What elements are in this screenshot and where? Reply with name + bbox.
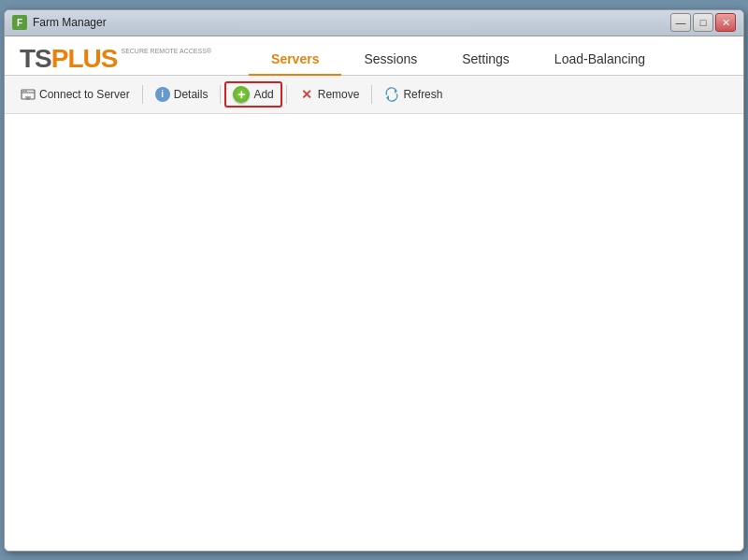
main-window: F Farm Manager — □ ✕ TS PLUS SECURE REMO… xyxy=(4,9,744,552)
title-bar: F Farm Manager — □ ✕ xyxy=(5,10,743,36)
maximize-button[interactable]: □ xyxy=(693,13,713,32)
logo-tagline: SECURE REMOTE ACCESS® xyxy=(121,48,211,54)
tab-settings[interactable]: Settings xyxy=(439,44,532,76)
svg-point-2 xyxy=(23,90,25,92)
svg-point-3 xyxy=(25,90,27,92)
close-button[interactable]: ✕ xyxy=(715,13,736,32)
title-bar-left: F Farm Manager xyxy=(12,15,107,30)
divider-1 xyxy=(142,85,143,104)
tab-load-balancing[interactable]: Load-Balancing xyxy=(532,44,668,76)
add-icon: + xyxy=(233,86,250,103)
main-content xyxy=(5,114,743,551)
divider-2 xyxy=(220,85,221,104)
connect-to-server-button[interactable]: Connect to Server xyxy=(12,82,138,107)
toolbar: Connect to Server i Details + Add ✕ Remo… xyxy=(5,76,743,114)
info-icon: i xyxy=(155,87,170,102)
refresh-label: Refresh xyxy=(403,88,442,101)
title-bar-controls: — □ ✕ xyxy=(670,13,736,32)
remove-label: Remove xyxy=(318,88,360,101)
tab-servers[interactable]: Servers xyxy=(249,44,341,76)
refresh-button[interactable]: Refresh xyxy=(376,82,451,107)
app-logo: TS PLUS SECURE REMOTE ACCESS® xyxy=(20,44,211,74)
connect-icon xyxy=(21,87,36,102)
nav-tabs: Servers Sessions Settings Load-Balancing xyxy=(249,44,668,75)
divider-3 xyxy=(286,85,287,104)
tab-sessions[interactable]: Sessions xyxy=(341,44,439,76)
details-label: Details xyxy=(174,88,209,101)
app-header: TS PLUS SECURE REMOTE ACCESS® Servers Se… xyxy=(5,36,743,76)
divider-4 xyxy=(371,85,372,104)
window-title: Farm Manager xyxy=(33,16,107,29)
app-icon: F xyxy=(12,15,27,30)
remove-icon: ✕ xyxy=(299,87,314,102)
connect-to-server-label: Connect to Server xyxy=(39,88,130,101)
refresh-icon xyxy=(384,87,399,102)
logo-ts: TS xyxy=(20,44,51,74)
remove-button[interactable]: ✕ Remove xyxy=(291,82,368,107)
minimize-button[interactable]: — xyxy=(670,13,691,32)
details-button[interactable]: i Details xyxy=(147,82,217,107)
logo-nav-row: TS PLUS SECURE REMOTE ACCESS® Servers Se… xyxy=(20,44,728,75)
add-button[interactable]: + Add xyxy=(224,81,281,108)
logo-plus: PLUS xyxy=(51,44,118,74)
add-label: Add xyxy=(253,88,273,101)
